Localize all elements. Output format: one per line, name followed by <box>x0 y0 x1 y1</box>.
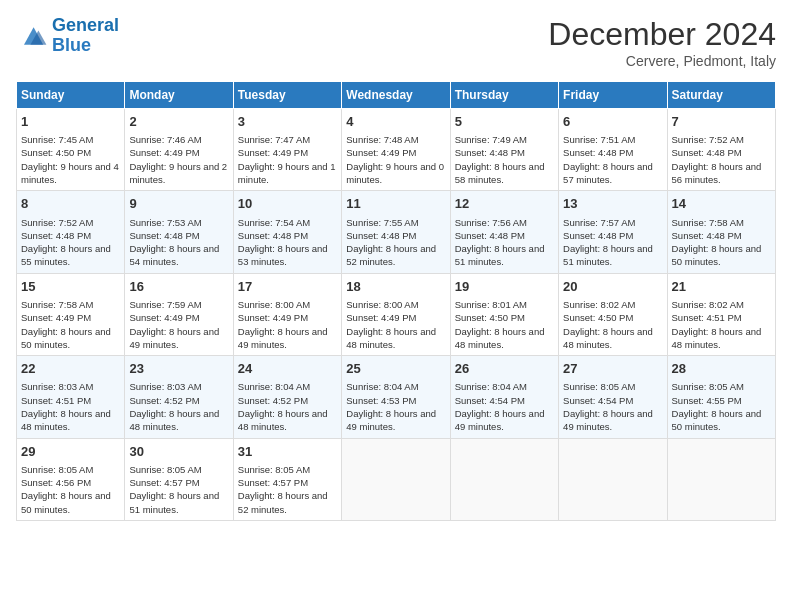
day-cell <box>342 438 450 520</box>
day-number: 10 <box>238 195 337 213</box>
day-info: Sunrise: 8:02 AM Sunset: 4:51 PM Dayligh… <box>672 298 771 351</box>
day-cell: 13 Sunrise: 7:57 AM Sunset: 4:48 PM Dayl… <box>559 191 667 273</box>
day-info: Sunrise: 7:54 AM Sunset: 4:48 PM Dayligh… <box>238 216 337 269</box>
calendar-table: SundayMondayTuesdayWednesdayThursdayFrid… <box>16 81 776 521</box>
day-info: Sunrise: 7:59 AM Sunset: 4:49 PM Dayligh… <box>129 298 228 351</box>
day-info: Sunrise: 8:05 AM Sunset: 4:56 PM Dayligh… <box>21 463 120 516</box>
day-cell: 29 Sunrise: 8:05 AM Sunset: 4:56 PM Dayl… <box>17 438 125 520</box>
day-info: Sunrise: 8:04 AM Sunset: 4:53 PM Dayligh… <box>346 380 445 433</box>
week-row-3: 15 Sunrise: 7:58 AM Sunset: 4:49 PM Dayl… <box>17 273 776 355</box>
header-day-saturday: Saturday <box>667 82 775 109</box>
header-row: SundayMondayTuesdayWednesdayThursdayFrid… <box>17 82 776 109</box>
day-info: Sunrise: 7:51 AM Sunset: 4:48 PM Dayligh… <box>563 133 662 186</box>
logo-icon <box>16 22 48 50</box>
day-number: 21 <box>672 278 771 296</box>
day-info: Sunrise: 8:02 AM Sunset: 4:50 PM Dayligh… <box>563 298 662 351</box>
day-number: 26 <box>455 360 554 378</box>
day-info: Sunrise: 7:49 AM Sunset: 4:48 PM Dayligh… <box>455 133 554 186</box>
day-number: 9 <box>129 195 228 213</box>
day-number: 30 <box>129 443 228 461</box>
week-row-1: 1 Sunrise: 7:45 AM Sunset: 4:50 PM Dayli… <box>17 109 776 191</box>
day-info: Sunrise: 8:03 AM Sunset: 4:51 PM Dayligh… <box>21 380 120 433</box>
week-row-4: 22 Sunrise: 8:03 AM Sunset: 4:51 PM Dayl… <box>17 356 776 438</box>
day-number: 6 <box>563 113 662 131</box>
day-number: 14 <box>672 195 771 213</box>
day-info: Sunrise: 7:53 AM Sunset: 4:48 PM Dayligh… <box>129 216 228 269</box>
day-number: 1 <box>21 113 120 131</box>
day-number: 3 <box>238 113 337 131</box>
day-cell <box>450 438 558 520</box>
day-number: 4 <box>346 113 445 131</box>
header-day-tuesday: Tuesday <box>233 82 341 109</box>
day-number: 29 <box>21 443 120 461</box>
day-number: 31 <box>238 443 337 461</box>
day-cell: 30 Sunrise: 8:05 AM Sunset: 4:57 PM Dayl… <box>125 438 233 520</box>
day-cell: 7 Sunrise: 7:52 AM Sunset: 4:48 PM Dayli… <box>667 109 775 191</box>
day-number: 2 <box>129 113 228 131</box>
day-cell: 11 Sunrise: 7:55 AM Sunset: 4:48 PM Dayl… <box>342 191 450 273</box>
day-number: 27 <box>563 360 662 378</box>
month-title: December 2024 <box>548 16 776 53</box>
day-cell: 31 Sunrise: 8:05 AM Sunset: 4:57 PM Dayl… <box>233 438 341 520</box>
day-cell <box>667 438 775 520</box>
day-cell: 28 Sunrise: 8:05 AM Sunset: 4:55 PM Dayl… <box>667 356 775 438</box>
day-cell: 25 Sunrise: 8:04 AM Sunset: 4:53 PM Dayl… <box>342 356 450 438</box>
day-info: Sunrise: 8:03 AM Sunset: 4:52 PM Dayligh… <box>129 380 228 433</box>
day-cell: 21 Sunrise: 8:02 AM Sunset: 4:51 PM Dayl… <box>667 273 775 355</box>
day-cell: 26 Sunrise: 8:04 AM Sunset: 4:54 PM Dayl… <box>450 356 558 438</box>
day-info: Sunrise: 7:52 AM Sunset: 4:48 PM Dayligh… <box>21 216 120 269</box>
day-cell: 19 Sunrise: 8:01 AM Sunset: 4:50 PM Dayl… <box>450 273 558 355</box>
title-block: December 2024 Cervere, Piedmont, Italy <box>548 16 776 69</box>
day-cell: 27 Sunrise: 8:05 AM Sunset: 4:54 PM Dayl… <box>559 356 667 438</box>
day-cell: 16 Sunrise: 7:59 AM Sunset: 4:49 PM Dayl… <box>125 273 233 355</box>
day-info: Sunrise: 8:00 AM Sunset: 4:49 PM Dayligh… <box>238 298 337 351</box>
location-subtitle: Cervere, Piedmont, Italy <box>548 53 776 69</box>
day-info: Sunrise: 7:57 AM Sunset: 4:48 PM Dayligh… <box>563 216 662 269</box>
day-info: Sunrise: 7:47 AM Sunset: 4:49 PM Dayligh… <box>238 133 337 186</box>
day-info: Sunrise: 7:56 AM Sunset: 4:48 PM Dayligh… <box>455 216 554 269</box>
day-number: 22 <box>21 360 120 378</box>
header-day-monday: Monday <box>125 82 233 109</box>
day-number: 28 <box>672 360 771 378</box>
day-info: Sunrise: 7:52 AM Sunset: 4:48 PM Dayligh… <box>672 133 771 186</box>
day-number: 7 <box>672 113 771 131</box>
day-info: Sunrise: 8:05 AM Sunset: 4:55 PM Dayligh… <box>672 380 771 433</box>
header-day-wednesday: Wednesday <box>342 82 450 109</box>
day-cell: 18 Sunrise: 8:00 AM Sunset: 4:49 PM Dayl… <box>342 273 450 355</box>
day-info: Sunrise: 8:00 AM Sunset: 4:49 PM Dayligh… <box>346 298 445 351</box>
day-cell: 6 Sunrise: 7:51 AM Sunset: 4:48 PM Dayli… <box>559 109 667 191</box>
day-cell: 22 Sunrise: 8:03 AM Sunset: 4:51 PM Dayl… <box>17 356 125 438</box>
logo-text: General Blue <box>52 16 119 56</box>
day-cell: 14 Sunrise: 7:58 AM Sunset: 4:48 PM Dayl… <box>667 191 775 273</box>
day-number: 15 <box>21 278 120 296</box>
day-info: Sunrise: 7:55 AM Sunset: 4:48 PM Dayligh… <box>346 216 445 269</box>
day-cell: 12 Sunrise: 7:56 AM Sunset: 4:48 PM Dayl… <box>450 191 558 273</box>
day-info: Sunrise: 7:45 AM Sunset: 4:50 PM Dayligh… <box>21 133 120 186</box>
day-number: 23 <box>129 360 228 378</box>
day-info: Sunrise: 8:04 AM Sunset: 4:54 PM Dayligh… <box>455 380 554 433</box>
day-info: Sunrise: 8:04 AM Sunset: 4:52 PM Dayligh… <box>238 380 337 433</box>
week-row-5: 29 Sunrise: 8:05 AM Sunset: 4:56 PM Dayl… <box>17 438 776 520</box>
day-cell: 5 Sunrise: 7:49 AM Sunset: 4:48 PM Dayli… <box>450 109 558 191</box>
day-info: Sunrise: 7:58 AM Sunset: 4:48 PM Dayligh… <box>672 216 771 269</box>
day-info: Sunrise: 7:48 AM Sunset: 4:49 PM Dayligh… <box>346 133 445 186</box>
day-number: 5 <box>455 113 554 131</box>
day-info: Sunrise: 8:05 AM Sunset: 4:57 PM Dayligh… <box>238 463 337 516</box>
day-number: 18 <box>346 278 445 296</box>
day-cell: 2 Sunrise: 7:46 AM Sunset: 4:49 PM Dayli… <box>125 109 233 191</box>
day-cell: 3 Sunrise: 7:47 AM Sunset: 4:49 PM Dayli… <box>233 109 341 191</box>
day-number: 24 <box>238 360 337 378</box>
day-cell: 20 Sunrise: 8:02 AM Sunset: 4:50 PM Dayl… <box>559 273 667 355</box>
day-info: Sunrise: 7:46 AM Sunset: 4:49 PM Dayligh… <box>129 133 228 186</box>
day-number: 20 <box>563 278 662 296</box>
day-cell: 24 Sunrise: 8:04 AM Sunset: 4:52 PM Dayl… <box>233 356 341 438</box>
day-cell: 10 Sunrise: 7:54 AM Sunset: 4:48 PM Dayl… <box>233 191 341 273</box>
day-cell: 23 Sunrise: 8:03 AM Sunset: 4:52 PM Dayl… <box>125 356 233 438</box>
day-cell: 8 Sunrise: 7:52 AM Sunset: 4:48 PM Dayli… <box>17 191 125 273</box>
day-cell: 4 Sunrise: 7:48 AM Sunset: 4:49 PM Dayli… <box>342 109 450 191</box>
day-number: 12 <box>455 195 554 213</box>
day-number: 16 <box>129 278 228 296</box>
day-cell: 1 Sunrise: 7:45 AM Sunset: 4:50 PM Dayli… <box>17 109 125 191</box>
day-number: 17 <box>238 278 337 296</box>
header-day-sunday: Sunday <box>17 82 125 109</box>
